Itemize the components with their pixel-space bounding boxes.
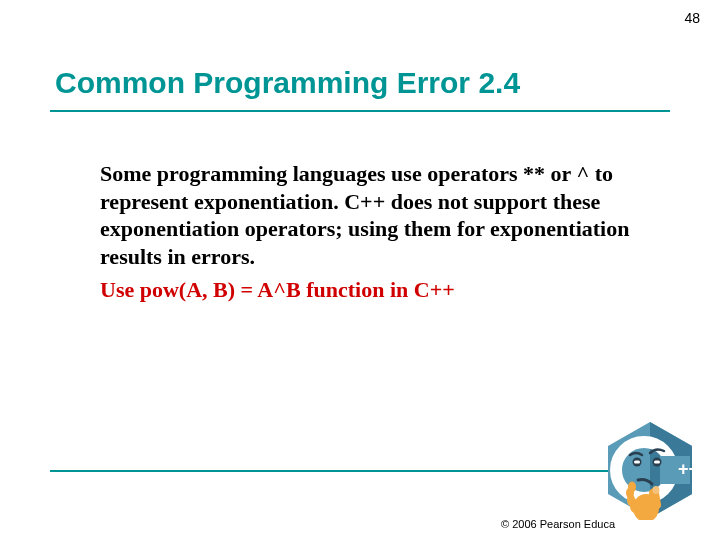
footer-divider xyxy=(50,470,670,472)
svg-point-13 xyxy=(628,482,636,493)
body-text: Some programming languages use operators… xyxy=(100,160,660,304)
hint-text: Use pow(A, B) = A^B function in C++ xyxy=(100,276,660,304)
body-part-1: Some programming languages use operators xyxy=(100,161,523,186)
operator-star-star: ** xyxy=(523,161,545,186)
cpp-thinking-icon: ++ xyxy=(600,420,700,520)
body-part-2: or xyxy=(545,161,576,186)
cpp-badge-text: ++ xyxy=(678,459,699,479)
copyright-text: © 2006 Pearson Educa xyxy=(501,518,615,530)
page-number: 48 xyxy=(684,10,700,26)
svg-point-14 xyxy=(653,486,660,494)
svg-rect-7 xyxy=(654,461,660,464)
svg-rect-5 xyxy=(634,461,640,464)
operator-caret: ^ xyxy=(576,161,589,186)
title-divider xyxy=(50,110,670,112)
slide-title: Common Programming Error 2.4 xyxy=(55,66,520,100)
